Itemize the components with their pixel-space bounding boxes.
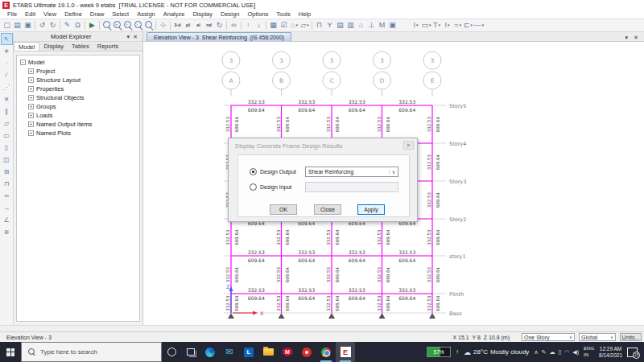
draw-dimension-icon[interactable]: ↔ bbox=[2, 203, 12, 213]
tab-tables[interactable]: Tables bbox=[68, 42, 93, 51]
edge-icon[interactable] bbox=[200, 342, 220, 362]
pen-icon[interactable]: ✎ bbox=[542, 349, 547, 355]
view-menu-icon[interactable]: ▾ bbox=[625, 35, 629, 41]
expand-icon[interactable]: + bbox=[28, 68, 34, 74]
battery-widget[interactable]: 57% bbox=[427, 347, 451, 357]
etabs-taskbar-icon[interactable]: E bbox=[336, 342, 355, 362]
draw-window-icon[interactable]: ⊞ bbox=[2, 167, 12, 177]
ramp-icon[interactable]: ▥ bbox=[346, 20, 356, 31]
dialog-close-icon[interactable]: ✕ bbox=[403, 141, 414, 150]
tree-node-named-plots[interactable]: +Named Plots bbox=[28, 129, 139, 138]
tree-node-project[interactable]: +Project bbox=[28, 67, 139, 76]
t-section-icon[interactable]: T bbox=[432, 20, 442, 31]
rotate-view-icon[interactable]: ↻ bbox=[215, 20, 225, 31]
panel-menu-icon[interactable]: ▾ bbox=[126, 34, 132, 40]
tree-node-groups[interactable]: +Groups bbox=[28, 102, 139, 111]
tree-node-loads[interactable]: +Loads bbox=[28, 111, 139, 120]
tab-display[interactable]: Display bbox=[39, 42, 68, 51]
menu-file[interactable]: File bbox=[3, 10, 21, 18]
tab-model[interactable]: Model bbox=[14, 42, 39, 51]
tree-node-model[interactable]: −Model bbox=[20, 58, 139, 67]
open-model-icon[interactable]: ▤ bbox=[13, 20, 23, 31]
units-button[interactable]: Units... bbox=[620, 333, 642, 341]
design-output-combobox[interactable]: Shear Reinforcing ∨ bbox=[305, 167, 398, 177]
wide-flange-section-icon[interactable]: I bbox=[443, 20, 452, 31]
chrome-icon[interactable] bbox=[316, 342, 336, 362]
cortana-icon[interactable] bbox=[162, 342, 181, 362]
coordinate-system-select[interactable]: Global ∨ bbox=[579, 333, 616, 341]
quick-draw-frame-icon[interactable]: ⋰ bbox=[2, 82, 12, 93]
menu-options[interactable]: Options bbox=[243, 10, 272, 18]
set-display-options-icon[interactable]: ☑ bbox=[279, 20, 289, 31]
tree-node-structural-objects[interactable]: +Structural Objects bbox=[28, 93, 139, 102]
expand-icon[interactable]: + bbox=[28, 130, 34, 136]
tower-icon[interactable]: ⌂ bbox=[357, 20, 366, 31]
menu-help[interactable]: Help bbox=[295, 10, 315, 18]
notification-center-icon[interactable]: 15 bbox=[627, 348, 638, 357]
quick-draw-secondary-beams-icon[interactable]: ∥ bbox=[2, 106, 12, 117]
start-button[interactable] bbox=[0, 342, 21, 362]
i-section-icon[interactable]: I bbox=[411, 20, 421, 31]
save-model-icon[interactable]: ▣ bbox=[23, 20, 33, 31]
building-options-icon[interactable]: ⌂ bbox=[290, 20, 299, 31]
language-indicator[interactable]: ENG IN bbox=[584, 346, 594, 357]
expand-icon[interactable]: + bbox=[28, 95, 34, 101]
3d-view-icon[interactable]: 3-d bbox=[173, 20, 183, 31]
zoom-out-icon[interactable]: − bbox=[123, 20, 133, 31]
quick-draw-braces-icon[interactable]: ✕ bbox=[2, 94, 12, 105]
tab-reports[interactable]: Reports bbox=[93, 42, 122, 51]
volume-icon[interactable]: ◀) bbox=[572, 349, 579, 355]
run-analysis-icon[interactable]: ▶ bbox=[88, 20, 97, 31]
zoom-previous-icon[interactable]: ◦ bbox=[144, 20, 154, 31]
expand-icon[interactable]: + bbox=[28, 113, 34, 118]
move-down-icon[interactable]: ↓ bbox=[254, 20, 264, 31]
expand-icon[interactable]: + bbox=[28, 86, 34, 92]
draw-floor-icon[interactable]: ▱ bbox=[2, 118, 12, 129]
redo-icon[interactable]: ↻ bbox=[48, 20, 58, 31]
file-explorer-icon[interactable] bbox=[258, 342, 278, 362]
undo-icon[interactable]: ↺ bbox=[38, 20, 47, 31]
linkedin-icon[interactable]: L bbox=[239, 342, 258, 362]
named-view-icon[interactable]: nd bbox=[204, 20, 214, 31]
menu-view[interactable]: View bbox=[39, 10, 60, 18]
panel-close-icon[interactable]: ✕ bbox=[131, 34, 139, 40]
design-input-radio[interactable] bbox=[250, 183, 257, 191]
menu-tools[interactable]: Tools bbox=[272, 10, 295, 18]
mass-icon[interactable]: M bbox=[378, 20, 387, 31]
design-output-radio[interactable] bbox=[250, 168, 257, 175]
object-viewer-icon[interactable]: ∞ bbox=[229, 20, 239, 31]
close-button[interactable]: Close bbox=[314, 204, 341, 215]
menu-define[interactable]: Define bbox=[60, 10, 86, 18]
channel-section-icon[interactable]: ⊏ bbox=[464, 20, 473, 31]
story-mode-select[interactable]: One Story ∨ bbox=[522, 333, 575, 341]
clock[interactable]: 12:29 AM 8/14/2021 bbox=[599, 346, 622, 359]
draw-door-icon[interactable]: ⊓ bbox=[2, 179, 12, 189]
menu-draw[interactable]: Draw bbox=[86, 10, 109, 18]
draw-link-icon[interactable]: ∞ bbox=[2, 191, 12, 201]
plan-view-icon[interactable]: pl bbox=[184, 20, 193, 31]
measure-icon[interactable]: ∠ bbox=[2, 215, 12, 225]
menu-analyze[interactable]: Analyze bbox=[159, 10, 189, 18]
equal-section-icon[interactable]: = bbox=[453, 20, 463, 31]
mcafee-icon[interactable]: M bbox=[278, 342, 297, 362]
draw-wall-icon[interactable]: ⊓ bbox=[315, 20, 324, 31]
elevation-view-icon[interactable]: el bbox=[194, 20, 204, 31]
draw-wall-strip-icon[interactable]: ▯ bbox=[2, 142, 12, 153]
support-icon[interactable]: ⊥ bbox=[367, 20, 377, 31]
more-display-icon[interactable]: ▱ bbox=[300, 20, 310, 31]
view-close-icon[interactable]: ✕ bbox=[634, 35, 638, 41]
ok-button[interactable]: OK bbox=[270, 204, 297, 215]
mail-icon[interactable]: ✉ bbox=[220, 342, 239, 362]
collapse-icon[interactable]: − bbox=[20, 60, 26, 65]
pan-icon[interactable]: ⊹ bbox=[159, 20, 168, 31]
apply-button[interactable]: Apply bbox=[357, 204, 385, 215]
new-model-icon[interactable]: ▢ bbox=[2, 20, 12, 31]
quick-draw-wall-icon[interactable]: ◫ bbox=[2, 154, 12, 165]
task-view-icon[interactable] bbox=[181, 342, 200, 362]
onedrive-icon[interactable]: ☁ bbox=[549, 349, 555, 355]
red-app-icon[interactable] bbox=[297, 342, 316, 362]
menu-edit[interactable]: Edit bbox=[21, 10, 39, 18]
move-up-icon[interactable]: ↑ bbox=[244, 20, 254, 31]
quick-draw-floor-icon[interactable]: ▭ bbox=[2, 130, 12, 141]
expand-icon[interactable]: + bbox=[28, 104, 34, 109]
